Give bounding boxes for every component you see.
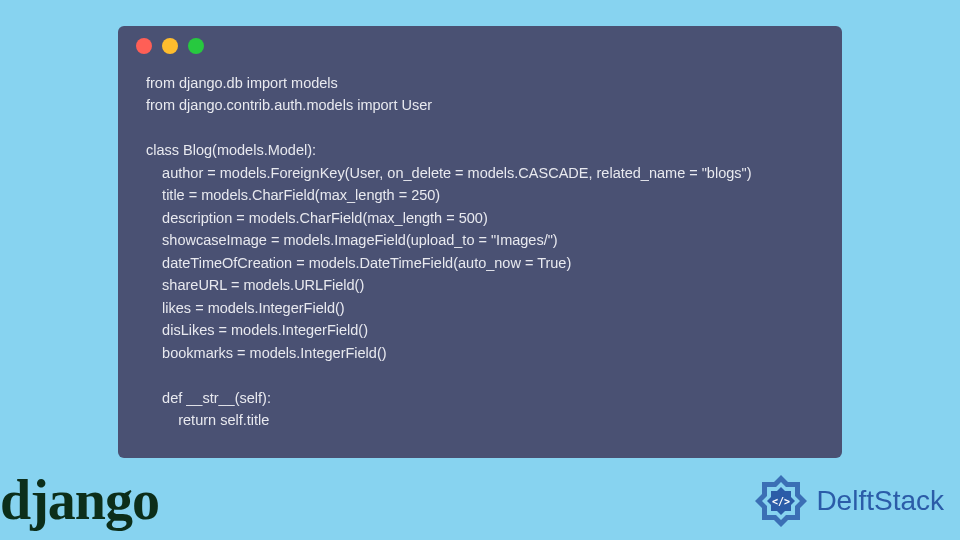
- minimize-dot-icon: [162, 38, 178, 54]
- code-line: showcaseImage = models.ImageField(upload…: [146, 232, 558, 248]
- code-line: def __str__(self):: [146, 390, 271, 406]
- maximize-dot-icon: [188, 38, 204, 54]
- django-logo: django: [0, 468, 159, 532]
- code-line: likes = models.IntegerField(): [146, 300, 345, 316]
- code-block: from django.db import models from django…: [118, 72, 842, 432]
- code-window: from django.db import models from django…: [118, 26, 842, 458]
- django-logo-text: django: [0, 469, 159, 531]
- code-line: title = models.CharField(max_length = 25…: [146, 187, 440, 203]
- code-line: class Blog(models.Model):: [146, 142, 316, 158]
- code-line: description = models.CharField(max_lengt…: [146, 210, 488, 226]
- code-line: bookmarks = models.IntegerField(): [146, 345, 387, 361]
- delftstack-icon: </>: [752, 472, 810, 530]
- code-line: return self.title: [146, 412, 269, 428]
- code-line: shareURL = models.URLField(): [146, 277, 364, 293]
- delftstack-logo: </> DelftStack: [752, 472, 944, 530]
- close-dot-icon: [136, 38, 152, 54]
- svg-text:</>: </>: [772, 496, 790, 507]
- window-title-bar: [118, 38, 842, 72]
- code-line: disLikes = models.IntegerField(): [146, 322, 368, 338]
- code-line: from django.contrib.auth.models import U…: [146, 97, 432, 113]
- code-line: author = models.ForeignKey(User, on_dele…: [146, 165, 752, 181]
- code-line: from django.db import models: [146, 75, 338, 91]
- delftstack-text: DelftStack: [816, 485, 944, 517]
- code-line: dateTimeOfCreation = models.DateTimeFiel…: [146, 255, 571, 271]
